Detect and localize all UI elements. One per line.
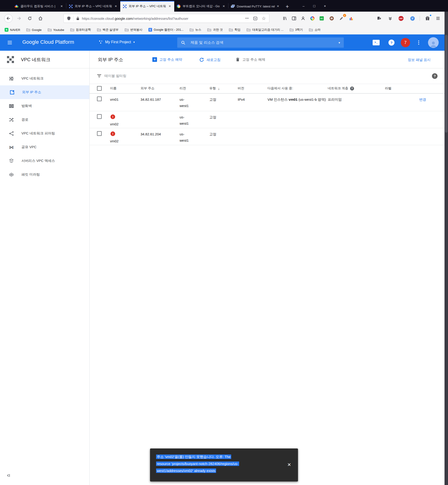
column-labels[interactable]: 라벨 bbox=[385, 86, 392, 90]
tab-close-icon[interactable]: × bbox=[168, 4, 172, 9]
page-scrollbar[interactable] bbox=[445, 12, 448, 485]
page-actions-icon[interactable]: ••• bbox=[245, 17, 249, 20]
bookmark-folder-boj[interactable]: 백준 살생부 bbox=[97, 28, 119, 32]
gift-extension-icon[interactable] bbox=[424, 15, 431, 22]
table-row[interactable]: ! vm02 us-west1 고정 bbox=[89, 111, 445, 128]
gcp-brand[interactable]: Google Cloud Platform bbox=[22, 39, 74, 45]
tab-close-icon[interactable]: × bbox=[276, 4, 280, 9]
sidebar-item-packet-mirroring[interactable]: 패킷 미러링 bbox=[0, 168, 89, 182]
bookmark-folder-translate[interactable]: 번역봉사 bbox=[125, 28, 142, 32]
tab-bootcamp-monitor[interactable]: G 부트캠프 모니터 색감 - Go × bbox=[174, 1, 228, 12]
v-extension-icon[interactable]: V bbox=[409, 15, 416, 22]
sidebar-item-vpc-peering[interactable]: VPC 네트워크 피어링 bbox=[0, 127, 89, 140]
scrollbar-thumb[interactable] bbox=[445, 35, 448, 133]
tab-external-ip-1[interactable]: 외부 IP 주소 – VPC 네트워 × bbox=[66, 1, 120, 12]
sidebar-view-icon[interactable] bbox=[291, 15, 297, 22]
tab-cloud-computing-services[interactable]: 클라우드 컴퓨팅 서비스 | × bbox=[12, 1, 66, 12]
table-row[interactable]: vm01 34.82.61.187 us-west1 고정 IPv4 VM 인스… bbox=[89, 94, 445, 111]
sidebar-item-routes[interactable]: 경로 bbox=[0, 113, 89, 127]
sidebar-item-shared-vpc[interactable]: ⋈ 공유 VPC bbox=[0, 140, 89, 154]
cell-type: 고정 bbox=[209, 96, 216, 103]
row-checkbox[interactable] bbox=[97, 96, 102, 101]
column-type[interactable]: 유형↓ bbox=[209, 86, 220, 90]
bookmark-folder-study[interactable]: 학업 bbox=[229, 28, 240, 32]
avatar[interactable] bbox=[428, 37, 439, 48]
pocket-icon[interactable] bbox=[253, 16, 257, 21]
show-info-panel-link[interactable]: 정보 패널 표시 bbox=[408, 58, 431, 62]
bookmark-naver[interactable]: NNAVER bbox=[5, 28, 20, 32]
monkey-extension-icon[interactable] bbox=[328, 15, 335, 22]
select-all-checkbox[interactable] bbox=[97, 86, 102, 91]
google-extension-icon[interactable]: G bbox=[309, 15, 316, 22]
url-bar[interactable]: https://console.cloud.google.com/network… bbox=[64, 14, 269, 23]
sidebar-item-serverless-vpc-access[interactable]: 서버리스 VPC 액세스 bbox=[0, 154, 89, 168]
sidebar-item-external-ip[interactable]: 외부 IP 주소 bbox=[0, 85, 89, 99]
refresh-button[interactable]: 새로고침 bbox=[199, 57, 221, 62]
help-circle-icon[interactable]: ? bbox=[432, 73, 438, 79]
cell-name: ! vm02 bbox=[110, 114, 119, 127]
search-caret-icon[interactable]: ▾ bbox=[338, 41, 340, 44]
bookmark-folder-news[interactable]: 뉴스 bbox=[190, 28, 201, 32]
bookmark-folder-cs[interactable]: 컴퓨터공학 bbox=[70, 28, 91, 32]
library-icon[interactable] bbox=[282, 15, 288, 22]
back-button[interactable] bbox=[4, 14, 13, 23]
reserve-address-button[interactable]: + 고정 주소 예약 bbox=[152, 57, 182, 62]
change-link[interactable]: 변경 bbox=[419, 96, 426, 103]
tab-close-icon[interactable]: × bbox=[222, 4, 226, 9]
chart-extension-icon[interactable] bbox=[348, 15, 354, 22]
help-icon[interactable]: ? bbox=[388, 40, 394, 46]
gcp-menu-hamburger-icon[interactable] bbox=[7, 40, 13, 45]
tab-external-ip-active[interactable]: 외부 IP 주소 – VPC 네트워 × bbox=[120, 1, 174, 12]
bookmark-folder-algo[interactable]: 대회알고리즘 대가리 ... bbox=[247, 28, 284, 32]
forward-button[interactable] bbox=[15, 14, 23, 23]
bookmark-folder-soma[interactable]: 소마 bbox=[309, 28, 320, 32]
column-name[interactable]: 이름 bbox=[110, 86, 117, 90]
bookmark-folder-youtube[interactable]: Youtube bbox=[48, 28, 64, 32]
window-maximize-button[interactable]: □ bbox=[309, 4, 320, 8]
column-region[interactable]: 리전 bbox=[180, 86, 186, 90]
collapse-sidebar-button[interactable] bbox=[6, 473, 11, 478]
sidebar-item-vpc-networks[interactable]: VPC 네트워크 bbox=[0, 72, 89, 85]
search-input[interactable]: 제품 및 리소스 검색 ▾ bbox=[177, 38, 344, 48]
reload-button[interactable] bbox=[26, 14, 34, 23]
cloud-shell-icon[interactable]: >_ bbox=[373, 40, 380, 45]
row-checkbox[interactable] bbox=[97, 114, 102, 119]
menu-hamburger-icon[interactable] bbox=[435, 15, 441, 22]
expand-down-extension-icon[interactable] bbox=[387, 15, 393, 22]
row-checkbox[interactable] bbox=[97, 131, 102, 136]
column-in-use-by[interactable]: 다음에서 사용 중: bbox=[267, 86, 293, 90]
more-options-icon[interactable] bbox=[418, 40, 419, 45]
home-button[interactable] bbox=[36, 14, 45, 23]
dictionary-extension-icon[interactable] bbox=[376, 15, 382, 22]
tracking-shield-icon[interactable] bbox=[67, 16, 71, 20]
table-filter-row[interactable]: 테이블 필터링 ? bbox=[89, 68, 445, 84]
window-minimize-button[interactable]: – bbox=[298, 4, 309, 8]
tab-close-icon[interactable]: × bbox=[114, 4, 118, 9]
notifications-badge[interactable]: 7 bbox=[401, 38, 410, 47]
window-close-button[interactable]: × bbox=[320, 4, 330, 8]
error-icon: ! bbox=[111, 114, 115, 119]
bookmark-folder-google[interactable]: Google bbox=[26, 28, 42, 32]
column-external-address[interactable]: 외부 주소 bbox=[141, 86, 154, 90]
table-row[interactable]: ! vm02 34.82.61.204 us-west1 고정 bbox=[89, 128, 445, 145]
release-address-button[interactable]: 고정 주소 해제 bbox=[235, 57, 265, 62]
notes-extension-icon[interactable]: 2 bbox=[338, 15, 345, 22]
column-network-tier[interactable]: 네트워크 계층? bbox=[328, 86, 354, 90]
adblock-plus-icon[interactable]: ABP bbox=[398, 15, 404, 22]
bookmarks-bar: NNAVER Google Youtube 컴퓨터공학 백준 살생부 번역봉사 … bbox=[0, 25, 448, 34]
project-selector[interactable]: My First Project ▾ bbox=[99, 40, 135, 44]
toast-close-icon[interactable]: × bbox=[288, 461, 291, 468]
account-icon[interactable] bbox=[300, 15, 306, 22]
bookmark-star-icon[interactable]: ☆ bbox=[262, 16, 266, 21]
tab-download-putty[interactable]: Download PuTTY: latest rel × bbox=[228, 1, 282, 12]
bookmark-folder-semester[interactable]: 3학기 bbox=[290, 28, 303, 32]
ac-extension-icon[interactable]: AC bbox=[319, 15, 325, 22]
bookmark-calendar[interactable]: 5Google 캘린더 - 201... bbox=[148, 28, 184, 32]
bookmark-folder-precious[interactable]: 귀한 것 bbox=[207, 28, 223, 32]
new-tab-button[interactable]: + bbox=[286, 3, 289, 10]
lock-icon[interactable] bbox=[76, 16, 80, 20]
network-tier-help-icon[interactable]: ? bbox=[350, 87, 354, 90]
sidebar-item-firewall[interactable]: 방화벽 bbox=[0, 99, 89, 113]
column-version[interactable]: 버전 bbox=[238, 86, 244, 90]
tab-close-icon[interactable]: × bbox=[60, 4, 64, 9]
